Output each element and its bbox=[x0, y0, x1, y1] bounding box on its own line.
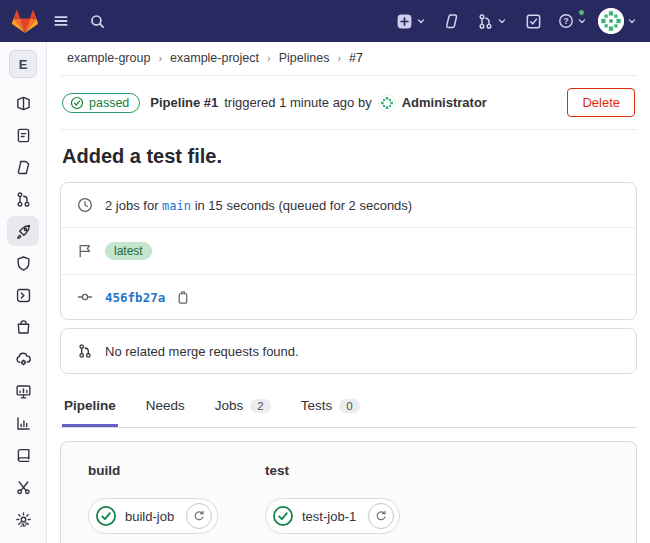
retry-job-button[interactable] bbox=[186, 503, 212, 529]
stage-name: build bbox=[88, 463, 265, 478]
status-badge-passed[interactable]: passed bbox=[62, 93, 140, 113]
tests-count-badge: 0 bbox=[339, 399, 359, 413]
latest-badge: latest bbox=[105, 242, 152, 260]
breadcrumb-pipelines[interactable]: Pipelines bbox=[279, 51, 330, 65]
pipeline-graph: build build-job test bbox=[60, 441, 637, 543]
hamburger-menu-icon[interactable] bbox=[46, 6, 76, 36]
delete-button[interactable]: Delete bbox=[567, 88, 635, 117]
tab-tests[interactable]: Tests 0 bbox=[299, 390, 362, 427]
tab-needs[interactable]: Needs bbox=[144, 390, 187, 427]
clock-icon bbox=[77, 197, 93, 213]
merge-requests-row: No related merge requests found. bbox=[61, 329, 636, 373]
job-name: build-job bbox=[125, 509, 178, 524]
jobs-summary-text: 2 jobs for main in 15 seconds (queued fo… bbox=[105, 198, 412, 213]
jobs-info-row: 2 jobs for main in 15 seconds (queued fo… bbox=[61, 183, 636, 227]
commit-sha-link[interactable]: 456fb27a bbox=[105, 290, 165, 305]
tab-jobs[interactable]: Jobs 2 bbox=[213, 390, 273, 427]
retry-job-button[interactable] bbox=[368, 503, 394, 529]
merge-requests-card: No related merge requests found. bbox=[60, 328, 637, 374]
stage-name: test bbox=[265, 463, 442, 478]
sidebar-secure-shield-icon[interactable] bbox=[7, 248, 39, 278]
triggered-text: triggered 1 minute ago by bbox=[224, 95, 371, 110]
search-icon[interactable] bbox=[82, 6, 112, 36]
breadcrumb-separator: › bbox=[337, 52, 341, 64]
breadcrumb-group[interactable]: example-group bbox=[67, 51, 150, 65]
job-success-icon bbox=[272, 505, 294, 527]
job-name: test-job-1 bbox=[302, 509, 360, 524]
stage-column-build: build build-job bbox=[88, 463, 265, 543]
no-merge-requests-text: No related merge requests found. bbox=[105, 344, 299, 359]
merge-request-icon bbox=[77, 343, 93, 359]
latest-info-row: latest bbox=[61, 227, 636, 274]
tab-label: Jobs bbox=[215, 398, 244, 413]
job-pill-test-job-1[interactable]: test-job-1 bbox=[265, 498, 400, 534]
top-bar: ? bbox=[0, 0, 650, 42]
flag-icon bbox=[77, 243, 93, 259]
breadcrumb-separator: › bbox=[267, 52, 271, 64]
tab-label: Tests bbox=[301, 398, 333, 413]
main-content: example-group › example-project › Pipeli… bbox=[47, 42, 650, 543]
copy-commit-sha-button[interactable] bbox=[175, 290, 190, 305]
sidebar-plan-icon[interactable] bbox=[7, 120, 39, 150]
issues-icon[interactable] bbox=[437, 6, 467, 36]
user-avatar bbox=[598, 8, 624, 34]
sidebar-wiki-book-icon[interactable] bbox=[7, 440, 39, 470]
triggerer-user-link[interactable]: Administrator bbox=[378, 94, 487, 112]
pipeline-header: passed Pipeline #1 triggered 1 minute ag… bbox=[60, 76, 637, 130]
tab-label: Pipeline bbox=[64, 398, 116, 413]
breadcrumb-separator: › bbox=[158, 52, 162, 64]
user-name: Administrator bbox=[402, 95, 487, 110]
sidebar-merge-request-icon[interactable] bbox=[7, 184, 39, 214]
stage-column-test: test test-job-1 bbox=[265, 463, 442, 543]
sidebar-build-rocket-icon[interactable] bbox=[7, 216, 39, 246]
left-sidebar: E bbox=[0, 42, 47, 543]
todo-list-icon[interactable] bbox=[518, 6, 548, 36]
chevron-down-icon bbox=[626, 15, 638, 27]
tab-pipeline[interactable]: Pipeline bbox=[62, 390, 118, 427]
sidebar-operate-cloud-gear-icon[interactable] bbox=[7, 344, 39, 374]
breadcrumb-project[interactable]: example-project bbox=[170, 51, 259, 65]
sidebar-snippets-scissors-icon[interactable] bbox=[7, 472, 39, 502]
user-identicon-avatar bbox=[378, 94, 396, 112]
chevron-down-icon bbox=[496, 15, 508, 27]
notification-dot bbox=[578, 9, 585, 16]
sidebar-package-icon[interactable] bbox=[7, 312, 39, 342]
jobs-count-badge: 2 bbox=[250, 399, 270, 413]
jobs-duration-text: in 15 seconds (queued for 2 seconds) bbox=[195, 198, 413, 213]
svg-text:?: ? bbox=[563, 16, 568, 26]
sidebar-expand-button[interactable]: » bbox=[0, 514, 47, 531]
create-new-button[interactable] bbox=[396, 13, 427, 30]
chevron-down-icon bbox=[415, 15, 427, 27]
sidebar-deploy-terminal-icon[interactable] bbox=[7, 280, 39, 310]
pipeline-info-card: 2 jobs for main in 15 seconds (queued fo… bbox=[60, 182, 637, 320]
commit-title: Added a test file. bbox=[62, 145, 635, 168]
project-avatar[interactable]: E bbox=[9, 50, 37, 78]
job-pill-build-job[interactable]: build-job bbox=[88, 498, 218, 534]
copy-to-clipboard-icon bbox=[175, 290, 190, 305]
status-label: passed bbox=[89, 96, 129, 110]
retry-icon bbox=[192, 509, 206, 523]
gitlab-logo[interactable] bbox=[10, 6, 40, 36]
job-success-icon bbox=[95, 505, 117, 527]
chevron-down-icon bbox=[576, 15, 588, 27]
pipeline-tabs: Pipeline Needs Jobs 2 Tests 0 bbox=[60, 390, 637, 428]
sidebar-analyze-chart-icon[interactable] bbox=[7, 408, 39, 438]
sidebar-monitor-icon[interactable] bbox=[7, 376, 39, 406]
sidebar-manage-icon[interactable] bbox=[7, 88, 39, 118]
tab-label: Needs bbox=[146, 398, 185, 413]
branch-link[interactable]: main bbox=[162, 199, 191, 213]
merge-requests-menu[interactable] bbox=[477, 13, 508, 30]
pipeline-id-label: Pipeline #1 bbox=[150, 95, 218, 110]
breadcrumb-current-pipeline: #7 bbox=[349, 51, 363, 65]
retry-icon bbox=[374, 509, 388, 523]
sidebar-code-icon[interactable] bbox=[7, 152, 39, 182]
breadcrumb: example-group › example-project › Pipeli… bbox=[60, 42, 637, 76]
commit-info-row: 456fb27a bbox=[61, 274, 636, 319]
user-menu[interactable] bbox=[598, 8, 638, 34]
check-circle-icon bbox=[70, 96, 84, 110]
jobs-count-text: 2 jobs for bbox=[105, 198, 158, 213]
commit-icon bbox=[77, 289, 93, 305]
help-menu[interactable]: ? bbox=[558, 6, 588, 36]
